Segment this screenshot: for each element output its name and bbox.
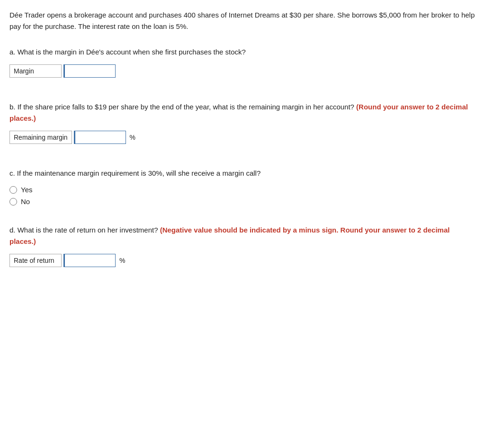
radio-yes[interactable]: [9, 186, 17, 194]
question-b-label-normal: b. If the share price falls to $19 per s…: [9, 103, 354, 111]
question-b-input-row: Remaining margin %: [9, 131, 476, 144]
question-c-label: c. If the maintenance margin requirement…: [9, 168, 476, 179]
question-d-block: d. What is the rate of return on her inv…: [9, 224, 476, 267]
question-c-radio-group: Yes No: [9, 186, 476, 206]
question-d-label: d. What is the rate of return on her inv…: [9, 224, 476, 247]
question-d-input-row: Rate of return %: [9, 254, 476, 267]
radio-no[interactable]: [9, 198, 17, 206]
remaining-margin-input[interactable]: [74, 131, 126, 144]
remaining-margin-unit: %: [130, 134, 135, 141]
margin-field-label: Margin: [9, 64, 62, 78]
question-c-block: c. If the maintenance margin requirement…: [9, 168, 476, 206]
radio-yes-text: Yes: [21, 186, 32, 194]
question-a-label: a. What is the margin in Dée's account w…: [9, 46, 476, 58]
question-a-block: a. What is the margin in Dée's account w…: [9, 46, 476, 78]
question-d-label-normal: d. What is the rate of return on her inv…: [9, 226, 158, 234]
question-b-label: b. If the share price falls to $19 per s…: [9, 101, 476, 124]
intro-paragraph: Dée Trader opens a brokerage account and…: [9, 9, 476, 32]
rate-of-return-input[interactable]: [63, 254, 116, 267]
radio-no-label[interactable]: No: [9, 197, 476, 206]
radio-no-text: No: [21, 197, 30, 206]
remaining-margin-field-label: Remaining margin: [9, 131, 72, 144]
margin-input[interactable]: [63, 64, 116, 78]
rate-of-return-unit: %: [119, 257, 125, 264]
question-a-input-row: Margin: [9, 64, 476, 78]
radio-yes-label[interactable]: Yes: [9, 186, 476, 194]
rate-of-return-field-label: Rate of return: [9, 254, 62, 267]
question-b-block: b. If the share price falls to $19 per s…: [9, 101, 476, 144]
